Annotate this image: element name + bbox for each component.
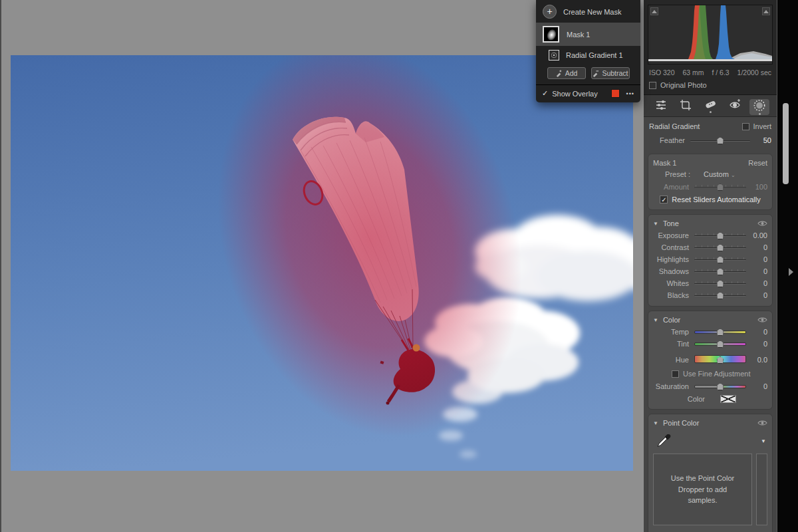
hue-slider-row: Hue 0.0: [653, 353, 767, 366]
exposure-label: Exposure: [653, 231, 694, 239]
feather-slider-row: Feather 50: [649, 135, 771, 146]
tone-box: ▼ Tone Exposure 0.00 Contrast 0 Highligh…: [648, 214, 773, 307]
exif-aperture: f / 6.3: [712, 68, 729, 76]
whites-slider[interactable]: [694, 279, 746, 287]
healing-tool-button[interactable]: [700, 99, 720, 115]
mask-settings-title: Mask 1: [653, 159, 676, 167]
tint-value: 0: [746, 340, 767, 348]
temp-label: Temp: [653, 328, 694, 336]
feather-value: 50: [750, 136, 771, 144]
original-photo-checkbox[interactable]: [649, 82, 656, 89]
healing-brush-icon: [704, 99, 717, 110]
healing-active-dot: [710, 111, 712, 113]
blacks-slider-row: Blacks 0: [653, 290, 767, 301]
highlight-clipping-indicator[interactable]: [762, 7, 770, 15]
redeye-tool-button[interactable]: [725, 99, 745, 115]
shadows-slider-row: Shadows 0: [653, 266, 767, 277]
highlights-slider-row: Highlights 0: [653, 254, 767, 265]
original-photo-label: Original Photo: [660, 81, 707, 89]
tone-visibility-eye-icon[interactable]: [757, 220, 767, 227]
whites-label: Whites: [653, 279, 694, 287]
overlay-options-icon[interactable]: •••: [624, 90, 634, 97]
crop-tool-button[interactable]: [676, 99, 696, 115]
blacks-label: Blacks: [653, 291, 694, 299]
color-disclosure-icon[interactable]: ▼: [653, 317, 658, 323]
masking-active-dot: [759, 113, 761, 115]
add-icon: [555, 70, 563, 77]
add-button[interactable]: Add: [547, 67, 586, 79]
color-visibility-eye-icon[interactable]: [757, 317, 767, 323]
tone-title: Tone: [663, 219, 679, 227]
red-eye-icon: [728, 99, 741, 110]
preset-dropdown[interactable]: Custom ⌄: [694, 170, 735, 178]
create-new-mask-button[interactable]: +: [543, 5, 557, 19]
exif-focal-length: 63 mm: [682, 68, 704, 76]
fine-adjustment-label: Use Fine Adjustment: [683, 370, 751, 378]
tint-slider[interactable]: [694, 340, 746, 348]
feather-slider[interactable]: [690, 136, 750, 144]
edit-tool-button[interactable]: [651, 99, 671, 115]
show-overlay-checkbox[interactable]: ✓: [542, 89, 548, 98]
reset-sliders-checkbox[interactable]: ✓: [660, 196, 668, 203]
create-new-mask-label: Create New Mask: [563, 8, 621, 16]
hue-slider[interactable]: [694, 355, 746, 364]
whites-slider-row: Whites 0: [653, 278, 767, 289]
point-color-box: ▼ Point Color ▼ Use the Point Color Drop…: [648, 414, 773, 532]
highlights-slider[interactable]: [694, 255, 746, 263]
shadow-clipping-indicator[interactable]: [650, 7, 658, 15]
mask-component-name: Radial Gradient 1: [566, 51, 623, 59]
blacks-value: 0: [746, 291, 767, 299]
panel-expander-arrow-icon[interactable]: [789, 268, 793, 276]
amount-slider-row: Amount 100: [653, 182, 767, 192]
masking-tool-button[interactable]: [749, 99, 769, 115]
mask-settings-box: Mask 1 Reset Preset : Custom ⌄ Amount 10…: [648, 154, 773, 210]
point-color-disclosure-icon[interactable]: ▼: [653, 420, 658, 426]
invert-checkbox[interactable]: [742, 123, 749, 130]
saturation-slider[interactable]: [694, 382, 746, 390]
panel-scrollbar-thumb[interactable]: [783, 103, 789, 184]
reset-sliders-label: Reset Sliders Automatically: [672, 196, 760, 203]
tone-disclosure-icon[interactable]: ▼: [653, 221, 658, 227]
shadows-value: 0: [746, 267, 767, 275]
color-swatch-none[interactable]: [720, 395, 736, 403]
tint-label: Tint: [653, 340, 694, 348]
photo-paraglider[interactable]: [11, 55, 633, 471]
subtract-button[interactable]: Subtract: [591, 67, 630, 79]
histogram[interactable]: [648, 5, 773, 65]
exposure-slider-row: Exposure 0.00: [653, 230, 767, 241]
point-color-sample-area[interactable]: Use the Point Color Dropper to add sampl…: [653, 454, 752, 525]
tool-strip: [644, 95, 777, 117]
radial-gradient-icon: [549, 50, 559, 61]
mask-component-item[interactable]: Radial Gradient 1: [536, 46, 640, 65]
overlay-color-swatch[interactable]: [611, 89, 620, 98]
fine-adjustment-checkbox[interactable]: [672, 370, 679, 378]
temp-slider-row: Temp 0: [653, 327, 767, 337]
amount-label: Amount: [653, 183, 694, 191]
point-color-visibility-eye-icon[interactable]: [757, 420, 767, 426]
crop-icon: [680, 99, 692, 111]
temp-value: 0: [746, 328, 767, 336]
blacks-slider[interactable]: [694, 291, 746, 299]
contrast-label: Contrast: [653, 243, 694, 251]
hue-value: 0.0: [746, 356, 767, 364]
amount-value: 100: [746, 183, 767, 191]
temp-slider[interactable]: [694, 328, 746, 336]
shadows-slider[interactable]: [694, 267, 746, 275]
contrast-slider[interactable]: [694, 243, 746, 251]
mask-list-item[interactable]: Mask 1: [536, 23, 640, 46]
feather-label: Feather: [649, 136, 690, 144]
subtract-icon: [592, 70, 599, 77]
point-color-dropper-icon[interactable]: [654, 432, 672, 450]
preset-dropdown-icon: ⌄: [731, 172, 735, 178]
histogram-section: ISO 320 63 mm f / 6.3 1/2000 sec Origina…: [644, 0, 777, 95]
add-label: Add: [565, 69, 578, 77]
amount-slider[interactable]: [694, 183, 746, 191]
color-box: ▼ Color Temp 0 Tint: [648, 311, 773, 410]
point-color-range-strip[interactable]: [756, 454, 767, 525]
color-swatch-label: Color: [653, 395, 710, 403]
invert-label: Invert: [753, 122, 771, 130]
point-color-expand-icon[interactable]: ▼: [761, 438, 766, 444]
panel-scroll-column: [777, 0, 798, 532]
reset-button[interactable]: Reset: [748, 159, 767, 167]
exposure-slider[interactable]: [694, 231, 746, 239]
